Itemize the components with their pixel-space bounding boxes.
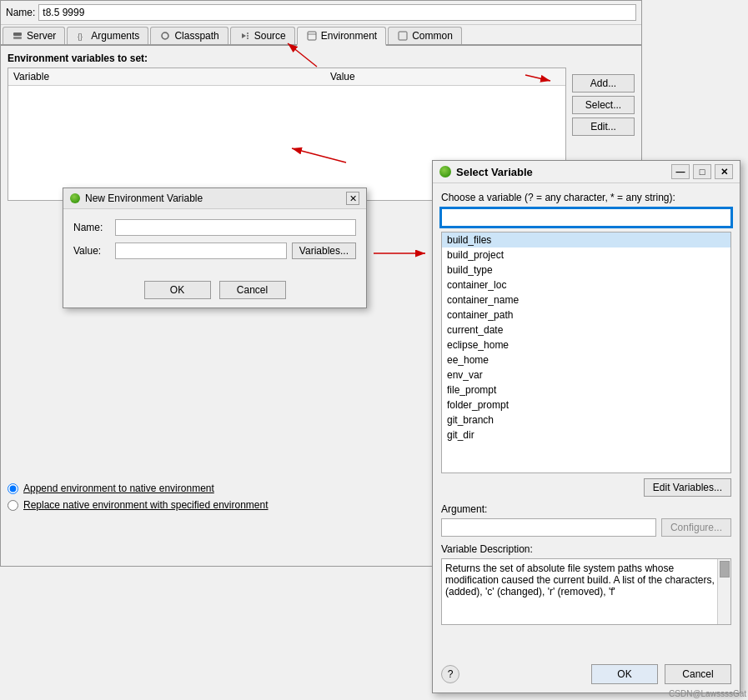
new-env-body: Name: Value: Variables... xyxy=(63,209,366,276)
env-table: Variable Value xyxy=(8,68,565,86)
tab-common[interactable]: Common xyxy=(388,27,462,44)
new-env-title-bar: New Environment Variable ✕ xyxy=(63,188,366,209)
tab-arguments-label: Arguments xyxy=(91,30,139,42)
sv-vdesc-scrollbar xyxy=(717,559,730,624)
tab-arguments[interactable]: {} Arguments xyxy=(67,27,148,44)
svg-rect-1 xyxy=(13,37,22,39)
tab-source-label: Source xyxy=(254,30,286,42)
list-item[interactable]: env_var xyxy=(442,368,730,382)
name-label: Name: xyxy=(6,7,35,18)
list-item[interactable]: eclipse_home xyxy=(442,338,730,352)
radio-replace-label: Replace native environment with specifie… xyxy=(23,499,269,511)
sv-title-left: Select Variable xyxy=(439,166,533,178)
sv-close-button[interactable]: ✕ xyxy=(715,164,733,179)
common-icon xyxy=(397,30,409,42)
tab-environment-label: Environment xyxy=(321,30,377,42)
radio-append-row: Append environment to native environment xyxy=(8,482,269,494)
new-env-dialog: New Environment Variable ✕ Name: Value: … xyxy=(63,188,367,308)
new-env-value-field: Value: Variables... xyxy=(73,242,356,259)
list-item[interactable]: git_dir xyxy=(442,428,730,442)
sv-icon xyxy=(439,166,451,178)
list-item[interactable]: build_files xyxy=(442,232,730,248)
sv-controls: — □ ✕ xyxy=(671,164,733,179)
new-env-name-input[interactable] xyxy=(115,219,356,236)
tab-server-label: Server xyxy=(27,30,56,42)
source-icon xyxy=(239,30,251,42)
env-buttons: Add... Select... Edit... xyxy=(572,74,635,136)
new-env-value-label: Value: xyxy=(73,245,115,257)
new-env-ok-button[interactable]: OK xyxy=(144,281,211,299)
sv-description: Choose a variable (? = any character, * … xyxy=(441,192,731,203)
tab-classpath[interactable]: Classpath xyxy=(150,27,228,44)
list-item[interactable]: folder_prompt xyxy=(442,398,730,412)
sv-footer: ? OK Cancel xyxy=(441,664,731,684)
new-env-value-input[interactable] xyxy=(115,242,287,259)
args-icon: {} xyxy=(76,30,88,42)
sv-body: Choose a variable (? = any character, * … xyxy=(433,183,740,630)
sv-minimize-button[interactable]: — xyxy=(671,164,690,179)
select-button[interactable]: Select... xyxy=(572,96,635,114)
sv-configure-button[interactable]: Configure... xyxy=(661,518,731,537)
svg-marker-4 xyxy=(242,33,246,38)
sv-vdesc-label: Variable Description: xyxy=(441,543,731,555)
svg-text:{}: {} xyxy=(78,32,83,41)
tab-source[interactable]: Source xyxy=(230,27,295,44)
sv-vdesc-box: Returns the set of absolute file system … xyxy=(441,558,731,625)
env-section-label: Environment variables to set: xyxy=(1,46,641,68)
radio-append-label: Append environment to native environment xyxy=(23,482,214,494)
sv-argument-section: Argument: Configure... xyxy=(441,503,731,537)
sv-argument-row: Configure... xyxy=(441,518,731,537)
sv-title-text: Select Variable xyxy=(456,166,533,178)
edit-button[interactable]: Edit... xyxy=(572,118,635,136)
tab-server[interactable]: Server xyxy=(3,27,65,44)
radio-section: Append environment to native environment… xyxy=(8,482,269,516)
sv-argument-label: Argument: xyxy=(441,503,731,515)
sv-vdesc-text: Returns the set of absolute file system … xyxy=(445,562,726,598)
col-variable: Variable xyxy=(8,68,325,86)
list-item[interactable]: git_branch xyxy=(442,412,730,428)
sv-edit-variables-button[interactable]: Edit Variables... xyxy=(644,478,731,497)
sv-help-button[interactable]: ? xyxy=(441,665,459,683)
col-value: Value xyxy=(325,68,565,86)
sv-title-bar: Select Variable — □ ✕ xyxy=(433,161,740,183)
new-env-cancel-button[interactable]: Cancel xyxy=(219,281,286,299)
radio-append[interactable] xyxy=(8,483,18,494)
new-env-footer: OK Cancel xyxy=(63,276,366,308)
server-icon xyxy=(12,30,23,42)
sv-vdesc-section: Variable Description: Returns the set of… xyxy=(441,543,731,625)
sv-search-input[interactable] xyxy=(441,208,731,227)
new-env-title-left: New Environment Variable xyxy=(70,192,203,204)
new-env-name-field: Name: xyxy=(73,219,356,236)
tab-classpath-label: Classpath xyxy=(174,30,218,42)
sv-cancel-button[interactable]: Cancel xyxy=(665,664,731,684)
new-env-close-button[interactable]: ✕ xyxy=(346,192,359,205)
name-input[interactable] xyxy=(38,4,636,21)
list-item[interactable]: container_path xyxy=(442,308,730,322)
name-row: Name: xyxy=(1,1,641,25)
watermark: CSDN@LawssssGat xyxy=(669,689,746,698)
svg-rect-0 xyxy=(13,32,22,36)
list-item[interactable]: build_type xyxy=(442,262,730,278)
list-item[interactable]: container_loc xyxy=(442,278,730,292)
radio-replace[interactable] xyxy=(8,500,18,511)
list-item[interactable]: ee_home xyxy=(442,352,730,368)
new-env-name-label: Name: xyxy=(73,222,115,233)
variables-button[interactable]: Variables... xyxy=(292,242,356,259)
sv-variables-list[interactable]: build_filesbuild_projectbuild_typecontai… xyxy=(441,232,731,473)
list-item[interactable]: container_name xyxy=(442,292,730,308)
tabs-row: Server {} Arguments Classpath Source Env… xyxy=(1,25,641,46)
new-env-title-text: New Environment Variable xyxy=(85,192,203,204)
new-env-icon xyxy=(70,193,80,203)
list-item[interactable]: current_date xyxy=(442,322,730,338)
svg-rect-10 xyxy=(399,32,407,40)
sv-footer-buttons: OK Cancel xyxy=(591,664,731,684)
list-item[interactable]: build_project xyxy=(442,248,730,262)
sv-argument-input[interactable] xyxy=(441,518,656,537)
tab-environment[interactable]: Environment xyxy=(297,27,386,46)
sv-maximize-button[interactable]: □ xyxy=(693,164,711,179)
sv-ok-button[interactable]: OK xyxy=(591,664,658,684)
list-item[interactable]: file_prompt xyxy=(442,382,730,398)
tab-common-label: Common xyxy=(412,30,453,42)
add-button[interactable]: Add... xyxy=(572,74,635,92)
svg-rect-8 xyxy=(308,32,316,40)
